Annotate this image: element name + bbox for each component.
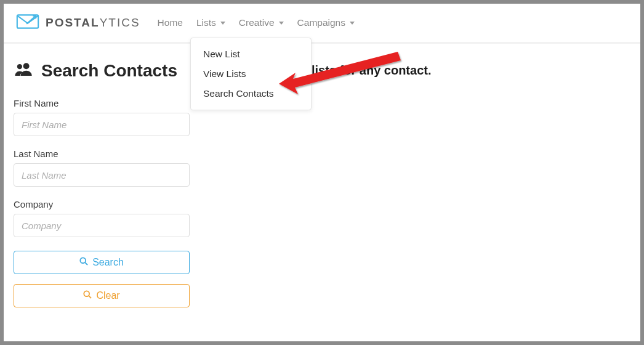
nav-creative[interactable]: Creative <box>239 17 284 28</box>
search-form: First Name Last Name Company Search <box>14 98 190 307</box>
svg-line-1 <box>26 16 36 24</box>
caret-down-icon <box>220 22 225 25</box>
nav-home-label: Home <box>158 17 183 28</box>
brand-wordmark: POSTALYTICS <box>46 16 140 30</box>
company-input[interactable] <box>14 214 190 237</box>
lists-dropdown-menu: New List View Lists Search Contacts <box>190 38 312 110</box>
clear-button[interactable]: Clear <box>14 284 190 307</box>
nav-home[interactable]: Home <box>158 17 183 28</box>
dropdown-item-view-lists[interactable]: View Lists <box>191 64 311 84</box>
top-nav-bar: POSTALYTICS Home Lists Creative Campaign… <box>4 4 640 42</box>
first-name-label: First Name <box>14 98 190 108</box>
first-name-input[interactable] <box>14 113 190 136</box>
caret-down-icon <box>279 22 284 25</box>
nav-lists[interactable]: Lists <box>196 17 225 28</box>
svg-point-4 <box>23 63 30 69</box>
dropdown-item-new-list[interactable]: New List <box>191 44 311 64</box>
svg-line-8 <box>89 296 92 298</box>
page-title: Search Contacts <box>41 61 177 81</box>
search-button-label: Search <box>92 257 124 268</box>
svg-point-5 <box>80 258 86 263</box>
users-group-icon <box>14 62 34 79</box>
nav-campaigns-label: Campaigns <box>297 17 345 28</box>
dropdown-item-search-contacts[interactable]: Search Contacts <box>191 84 311 104</box>
search-icon <box>79 257 88 268</box>
svg-point-3 <box>17 64 22 69</box>
page-headline-partial: lists for any contact. <box>312 63 432 78</box>
nav-campaigns[interactable]: Campaigns <box>297 17 355 28</box>
brand-envelope-icon <box>16 14 39 32</box>
search-icon <box>83 290 92 301</box>
nav-creative-label: Creative <box>239 17 275 28</box>
svg-line-6 <box>85 262 87 265</box>
last-name-label: Last Name <box>14 148 190 159</box>
svg-point-7 <box>84 291 90 296</box>
caret-down-icon <box>350 22 355 25</box>
nav-lists-label: Lists <box>196 17 216 28</box>
company-label: Company <box>14 199 190 209</box>
last-name-input[interactable] <box>14 163 190 187</box>
clear-button-label: Clear <box>96 290 119 301</box>
search-button[interactable]: Search <box>14 251 190 274</box>
brand-logo: POSTALYTICS <box>16 14 140 32</box>
